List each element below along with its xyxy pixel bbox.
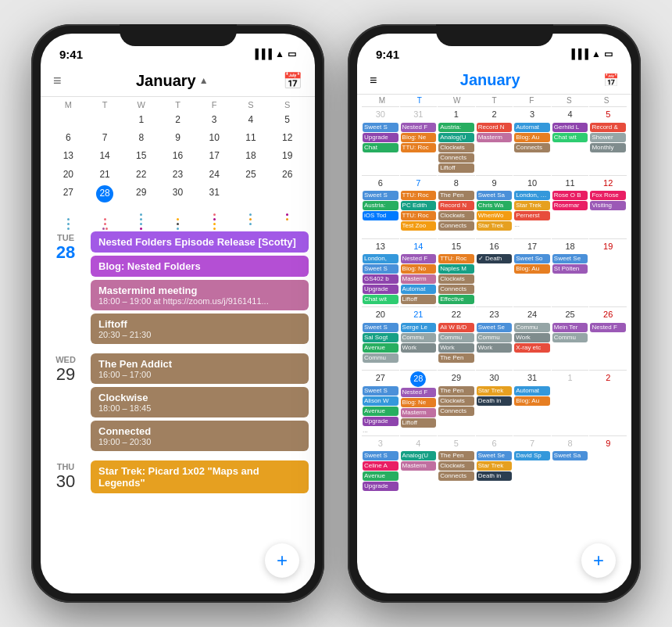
status-icons-left: ▐▐▐ ▲ ▭ [252, 48, 296, 59]
battery-icon-right: ▭ [604, 48, 613, 59]
month-cell-15[interactable]: 15 TTU: Roc Naples M Clockwis Connects E… [438, 238, 475, 306]
left-title: January ▲ [136, 72, 209, 90]
month-cell-12[interactable]: 12 Fox Rose Visiting [589, 175, 627, 238]
month-cell-24[interactable]: 24 Commu Work X-ray etc [513, 306, 551, 369]
month-cell-25[interactable]: 25 Mein Ter Commu [552, 306, 589, 369]
calendar-icon-right[interactable]: 📅 [603, 73, 619, 88]
month-cell-30[interactable]: 30 Sweet S Upgrade Chat [362, 106, 399, 174]
weekday-header: M T W T F S S [50, 100, 306, 109]
title-arrow: ▲ [199, 75, 209, 86]
right-title: January [460, 71, 520, 89]
wifi-icon: ▲ [275, 48, 284, 59]
notch-right [436, 24, 553, 46]
right-phone: 9:41 ▐▐▐ ▲ ▭ ≡ January 📅 M [348, 24, 641, 603]
month-cell-6[interactable]: 6 Sweet S Austria: iOS Tod [362, 175, 399, 238]
month-cell-17[interactable]: 17 Sweet So Blog: Au [513, 238, 551, 306]
month-cell-8[interactable]: 8 The Pen Record N Clockwis Connects [438, 175, 475, 238]
month-cell-7[interactable]: 7 TTU: Roc PC Edith TTU: Roc Test Zoo [400, 175, 438, 238]
month-cell-10[interactable]: 10 London, United Kingdom, Jan Star Trek… [513, 175, 551, 238]
month-cell-22[interactable]: 22 Ali W B/D Commu Work The Pen [438, 306, 475, 369]
event-nested-folders[interactable]: Nested Folders Episode Release [Scotty] [91, 231, 309, 253]
month-cell-27[interactable]: 27 Sweet S Alison W Avenue Upgrade ... [362, 370, 399, 435]
month-cell-9[interactable]: 9 Sweet Sa Chris Wa WhenWo Star Trek [476, 175, 513, 238]
month-cell-4[interactable]: 4 Gerhild L Chat wit [552, 106, 589, 174]
month-cell-7b[interactable]: 7 David Sp [513, 435, 551, 498]
event-connected[interactable]: Connected 19:00 – 20:30 [91, 421, 309, 451]
day-section-thu: THU 30 Star Trek: Picard 1x02 "Maps and … [41, 456, 315, 498]
left-screen: 9:41 ▐▐▐ ▲ ▭ ≡ January ▲ 📅 [41, 34, 315, 593]
day-label-thu: THU 30 [41, 456, 88, 498]
month-cell-21[interactable]: 21 Serge Le Commu Work [400, 306, 438, 369]
battery-icon: ▭ [288, 48, 296, 59]
menu-icon-right[interactable]: ≡ [370, 73, 377, 88]
month-cell-16[interactable]: 16 ✓ Death [476, 238, 513, 306]
mini-calendar: M T W T F S S 1 2 3 [41, 97, 315, 227]
wifi-icon-right: ▲ [592, 48, 601, 59]
calendar-icon-left[interactable]: 📅 [283, 71, 302, 90]
month-cell-2[interactable]: 2 Record N Masterm [476, 106, 513, 174]
day-list: TUE 28 Nested Folders Episode Release [S… [41, 227, 315, 593]
header-left: ≡ January ▲ 📅 [41, 68, 315, 97]
month-cell-14[interactable]: 14 Nested F Blog: No Masterm Automat Lif… [400, 238, 438, 306]
month-cell-23[interactable]: 23 Sweet Se Commu Work [476, 306, 513, 369]
fab-button-left[interactable]: + [265, 543, 299, 578]
signal-icon: ▐▐▐ [252, 48, 273, 59]
month-grid: 30 Sweet S Upgrade Chat 31 Nested F Blog… [362, 106, 627, 498]
event-pen-addict[interactable]: The Pen Addict 16:00 – 17:00 [91, 353, 309, 384]
event-dots [50, 205, 306, 224]
month-cell-28-today[interactable]: 28 Nested F Blog: Ne Masterm Liftoff [400, 370, 438, 435]
month-cell-8b[interactable]: 8 Sweet Sa [552, 435, 589, 498]
month-cell-3b[interactable]: 3 Sweet S Celine A Avenue Upgrade [362, 435, 399, 498]
menu-icon[interactable]: ≡ [53, 73, 62, 89]
time-right: 9:41 [376, 48, 399, 61]
month-cell-20[interactable]: 20 Sweet S Sal Sogt Avenue Commu [362, 306, 399, 369]
notch-left [120, 24, 237, 46]
month-cell-2b[interactable]: 2 [589, 370, 627, 435]
month-cell-11[interactable]: 11 Rose O B Rosemar [552, 175, 589, 238]
month-grid-container: M T W T F S S 30 Sweet S Upgrade [357, 95, 631, 593]
event-mastermind[interactable]: Mastermind meeting 18:00 – 19:00 at http… [91, 280, 309, 310]
event-blog-nested[interactable]: Blog: Nested Folders [91, 256, 309, 277]
month-cell-5[interactable]: 5 Record & Shower Monthly [589, 106, 627, 174]
right-screen: 9:41 ▐▐▐ ▲ ▭ ≡ January 📅 M [357, 34, 631, 593]
calendar-grid: 1 2 3 4 5 6 7 8 9 10 11 12 [50, 111, 306, 204]
status-icons-right: ▐▐▐ ▲ ▭ [569, 48, 613, 59]
month-cell-5b[interactable]: 5 The Pen Clockwis Connects [438, 435, 475, 498]
event-star-trek[interactable]: Star Trek: Picard 1x02 "Maps and Legends… [91, 460, 309, 493]
phones-container: 9:41 ▐▐▐ ▲ ▭ ≡ January ▲ 📅 [31, 24, 641, 603]
day-label-wed: WED 29 [41, 349, 88, 456]
day-events-wed: The Pen Addict 16:00 – 17:00 Clockwise 1… [88, 349, 315, 456]
month-cell-4b[interactable]: 4 Analog(U Masterm [400, 435, 438, 498]
event-clockwise[interactable]: Clockwise 18:00 – 18:45 [91, 387, 309, 417]
month-cell-1b[interactable]: 1 [552, 370, 589, 435]
header-right: ≡ January 📅 [357, 68, 631, 95]
month-cell-31b[interactable]: 31 Automat Blog: Au [513, 370, 551, 435]
month-weekday-header: M T W T F S S [362, 96, 627, 105]
event-liftoff[interactable]: Liftoff 20:30 – 21:30 [91, 314, 309, 344]
day-section-wed: WED 29 The Pen Addict 16:00 – 17:00 Cloc… [41, 349, 315, 456]
fab-button-right[interactable]: + [581, 543, 616, 578]
month-cell-1[interactable]: 1 Austria: Analog(U Clockwis Connects Li… [438, 106, 475, 174]
time-left: 9:41 [59, 48, 83, 61]
month-cell-31[interactable]: 31 Nested F Blog: Ne TTU: Roc [400, 106, 438, 174]
month-cell-19[interactable]: 19 [589, 238, 627, 306]
month-cell-3[interactable]: 3 Automat Blog: Au Connects [513, 106, 551, 174]
day-section-tue: TUE 28 Nested Folders Episode Release [S… [41, 227, 315, 349]
month-cell-6b[interactable]: 6 Sweet Se Star Trek Death in [476, 435, 513, 498]
day-events-thu: Star Trek: Picard 1x02 "Maps and Legends… [88, 456, 315, 498]
left-phone: 9:41 ▐▐▐ ▲ ▭ ≡ January ▲ 📅 [31, 24, 324, 603]
month-cell-18[interactable]: 18 Sweet Se St Pölten [552, 238, 589, 306]
signal-icon-right: ▐▐▐ [569, 48, 589, 59]
month-cell-29[interactable]: 29 The Pen Clockwis Connects [438, 370, 475, 435]
month-cell-30b[interactable]: 30 Star Trek Death in [476, 370, 513, 435]
month-cell-13[interactable]: 13 London, Sweet S GS402 b Upgrade Chat … [362, 238, 399, 306]
month-cell-9b[interactable]: 9 [589, 435, 627, 498]
month-cell-26[interactable]: 26 Nested F [589, 306, 627, 369]
day-label-tue: TUE 28 [41, 227, 88, 349]
day-events-tue: Nested Folders Episode Release [Scotty] … [88, 227, 315, 349]
